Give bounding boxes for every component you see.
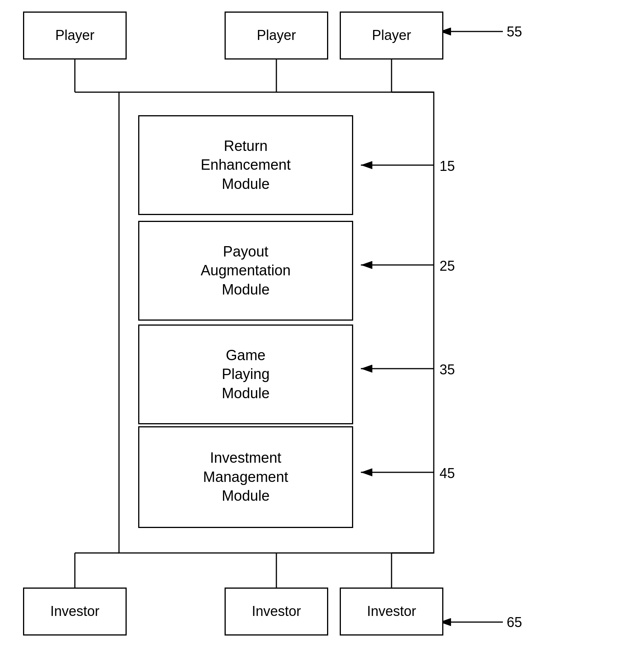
module4-box: Investment Management Module <box>138 426 353 528</box>
investor3-label: Investor <box>367 602 416 621</box>
module2-ref: 25 <box>440 258 455 274</box>
player-ref-label: 55 <box>507 24 522 40</box>
investor1-label: Investor <box>50 602 99 621</box>
player3-box: Player <box>340 12 443 60</box>
investor3-box: Investor <box>340 588 443 636</box>
player2-box: Player <box>225 12 328 60</box>
module2-box: Payout Augmentation Module <box>138 221 353 321</box>
module2-label: Payout Augmentation Module <box>201 242 291 299</box>
player1-label: Player <box>55 26 94 45</box>
module3-label: Game Playing Module <box>222 346 270 403</box>
investor2-label: Investor <box>252 602 301 621</box>
player3-label: Player <box>372 26 411 45</box>
investor2-box: Investor <box>225 588 328 636</box>
investor-ref-label: 65 <box>507 614 522 631</box>
module1-label: Return Enhancement Module <box>201 137 291 194</box>
investor1-box: Investor <box>23 588 127 636</box>
module4-label: Investment Management Module <box>203 449 288 505</box>
module4-ref: 45 <box>440 465 455 482</box>
player2-label: Player <box>257 26 296 45</box>
module1-ref: 15 <box>440 158 455 174</box>
module3-box: Game Playing Module <box>138 324 353 424</box>
player1-box: Player <box>23 12 127 60</box>
module1-box: Return Enhancement Module <box>138 115 353 215</box>
module3-ref: 35 <box>440 362 455 378</box>
